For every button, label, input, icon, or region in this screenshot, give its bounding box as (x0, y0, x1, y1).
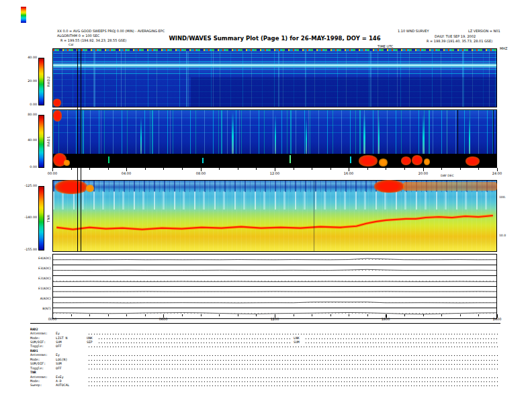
dotted-gridline (53, 281, 496, 281)
lz-version: LZ VERSION = N01 (468, 29, 500, 33)
time-tick-label: 04:00 (122, 171, 131, 175)
cal-marker-label: Cal (69, 43, 73, 46)
rad2-bright-interference-line (53, 64, 496, 66)
bottom-tick-label: 2400 (493, 317, 502, 321)
rad2-top-band (53, 49, 496, 51)
rad2-panel-label: RAD2 (46, 58, 51, 105)
spacecraft-position-end: R = 198.39 (191.40, 35.73, 28.01 GSE) (427, 39, 492, 43)
cal-line-2 (81, 48, 81, 252)
cal-line-1 (77, 48, 78, 252)
tnr-colorbar (38, 186, 44, 250)
line-panel (53, 255, 496, 265)
line-panel (53, 287, 496, 298)
tnr-red-feature (86, 185, 94, 192)
rad1-band-spike (350, 156, 351, 163)
rad1-colorbar (38, 115, 44, 168)
tnr-red-feature (403, 182, 497, 191)
tnr-freq-tick-100: 100. (499, 195, 506, 199)
rad1-red-feature (379, 158, 388, 167)
rad1-black-band (53, 154, 496, 167)
bottom-tick-label: 0600 (159, 317, 168, 321)
footer-divider (30, 323, 500, 324)
waves-summary-plot: XX 0.0 = AVG GOOD SWEEPS PROJ 0.00 (MIN)… (0, 0, 532, 411)
dotted-gridline (53, 313, 496, 314)
rad1-red-feature (53, 110, 62, 122)
dotted-gridline (53, 259, 496, 260)
rad2-dark-region (191, 77, 496, 107)
tnr-plasma-line (53, 181, 496, 251)
rad1-red-feature (401, 156, 411, 165)
bottom-tick-label: 0000 (48, 317, 57, 321)
tnr-data-gap-line (314, 180, 314, 252)
tnr-spectrogram (52, 180, 497, 252)
rad2-cb-tick-mid: 20.00 (15, 79, 37, 83)
rad2-spectrogram (52, 48, 497, 107)
rad1-band-spike (290, 155, 291, 163)
line-panel (53, 298, 496, 308)
rad1-data-gap-line (457, 109, 458, 168)
generation-date: DAILY: TUE SEP 19, 2002 (435, 34, 476, 38)
tnr-cb-tick-top: -125.00 (15, 184, 37, 187)
rad1-data-gap-line (493, 109, 494, 168)
tnr-cb-tick-bottom: -155.00 (15, 248, 37, 251)
rad1-red-feature (412, 155, 423, 165)
tnr-freq-tick-10: 10.0 (499, 234, 506, 237)
time-tick-label: 00:00 (48, 171, 57, 175)
time-tick-label: 16:00 (344, 171, 353, 175)
housekeeping-panels (52, 254, 497, 319)
time-tick-label: 12:00 (270, 171, 279, 175)
rad1-red-feature (466, 156, 480, 166)
time-tick-label: 20:00 (418, 171, 428, 175)
time-tick-label: 24:00 (492, 171, 502, 175)
freq-unit-label: MHZ (500, 46, 508, 50)
rad1-cb-tick-bottom: 0.00 (15, 165, 37, 169)
dotted-gridline (53, 302, 496, 303)
survey-version: 1.10 WND SURVEY (398, 29, 429, 33)
footer-line: Sweep:AUTOCAL (30, 383, 500, 387)
line-panel-label: A(ADC) (27, 297, 51, 300)
line-panel-label: E1(ADC) (27, 287, 51, 290)
rad2-red-feature (53, 99, 61, 107)
tnr-panel-label: TNR (46, 186, 51, 250)
rad1-red-feature (64, 160, 70, 166)
rad2-cb-tick-top: 40.00 (15, 56, 37, 59)
line-panel-label: E2(ADC) (27, 277, 51, 280)
rad1-band-spike (202, 158, 204, 163)
bottom-tick-label: 1800 (382, 317, 390, 321)
line-panel-label: E4(ADC) (27, 257, 51, 260)
line-panel (53, 265, 496, 276)
line-panel (53, 276, 496, 287)
line-panel-label: B(NT) (27, 307, 51, 310)
day-note: DAY DEC (441, 174, 454, 177)
rad1-red-feature (359, 155, 378, 167)
rad1-cb-tick-mid: 40.00 (15, 138, 37, 142)
tnr-cb-tick-mid: -140.00 (15, 216, 37, 219)
time-tick-label: 08:00 (196, 171, 206, 175)
rad2-colorbar (38, 58, 44, 105)
bottom-tick-label: 1200 (271, 317, 279, 321)
dotted-gridline (53, 291, 496, 292)
footer-block: RAD2Antennas:EyMode:LIST NUNKLNKSUM/DIF:… (30, 327, 500, 387)
dotted-gridline (53, 270, 496, 271)
rad1-spectrogram (52, 109, 497, 168)
rad1-panel-label: RAD1 (46, 115, 51, 168)
tnr-red-feature (374, 180, 404, 193)
header-left-line1: XX 0.0 = AVG GOOD SWEEPS PROJ 0.00 (MIN)… (57, 29, 165, 33)
rad1-cb-tick-top: 80.00 (15, 113, 37, 116)
tnr-red-feature (55, 180, 87, 194)
rad1-red-feature (424, 158, 430, 165)
rad1-band-spike (108, 156, 109, 163)
line-panel-label: E3(ADC) (27, 267, 51, 270)
rad2-cb-tick-bottom: 0.00 (15, 103, 37, 106)
mini-colorbar (21, 7, 26, 23)
